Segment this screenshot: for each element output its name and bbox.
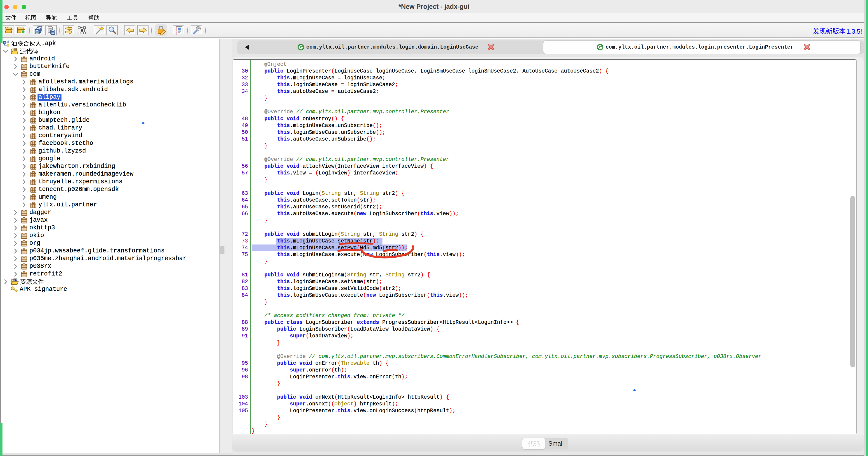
svg-text:010: 010 xyxy=(13,279,18,281)
